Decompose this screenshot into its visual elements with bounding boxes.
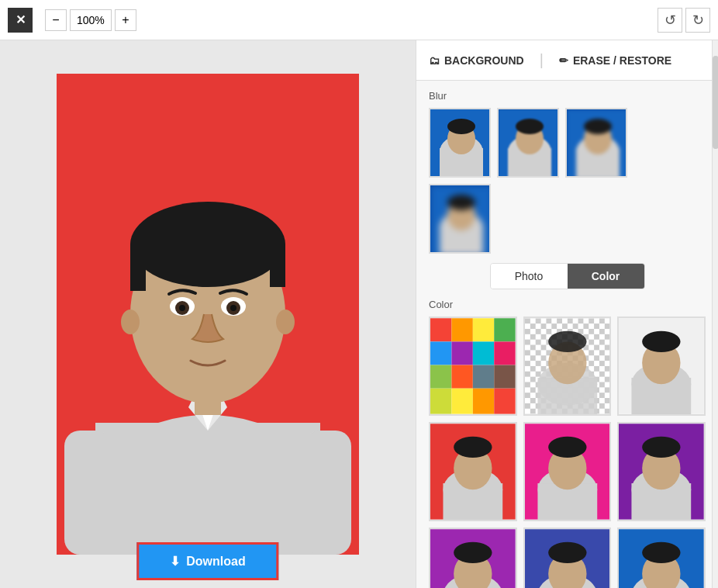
zoom-out-button[interactable]: − (45, 9, 67, 31)
svg-rect-53 (430, 389, 451, 414)
svg-rect-51 (473, 365, 494, 389)
right-panel: 🗂 BACKGROUND | ✏ ERASE / RESTORE Blur (416, 40, 718, 588)
svg-rect-8 (130, 244, 146, 291)
svg-rect-41 (430, 318, 451, 341)
svg-point-69 (642, 331, 680, 352)
svg-rect-43 (473, 318, 494, 341)
right-tabs: 🗂 BACKGROUND | ✏ ERASE / RESTORE (416, 40, 718, 81)
svg-point-89 (454, 541, 492, 562)
undo-button[interactable]: ↺ (658, 8, 682, 33)
tab-background-label: BACKGROUND (444, 54, 524, 67)
photo-color-toggle: Photo Color (490, 263, 645, 289)
blur-thumb-3[interactable] (429, 184, 491, 254)
blur-thumbnails-row-2 (429, 184, 706, 254)
svg-point-34 (584, 119, 612, 134)
color-thumb-dark-purple[interactable] (617, 422, 706, 521)
color-thumb-white[interactable] (617, 316, 706, 416)
zoom-in-button[interactable]: + (115, 9, 136, 31)
color-thumb-pink[interactable] (523, 422, 612, 521)
svg-rect-2 (95, 423, 320, 555)
svg-rect-46 (451, 341, 472, 365)
canvas-panel: ⬇ Download (0, 40, 416, 588)
main-content: ⬇ Download 🗂 BACKGROUND | ✏ ERASE / REST… (0, 40, 718, 588)
close-button[interactable]: ✕ (8, 8, 33, 33)
layers-icon: 🗂 (429, 54, 440, 67)
color-thumb-transparent[interactable] (523, 316, 612, 416)
svg-point-74 (454, 437, 492, 458)
svg-point-17 (230, 305, 236, 311)
svg-rect-19 (305, 431, 351, 555)
photo-canvas (57, 74, 359, 555)
color-thumb-blue[interactable] (617, 527, 706, 588)
svg-rect-44 (494, 318, 515, 341)
svg-rect-18 (64, 431, 111, 555)
svg-point-16 (179, 305, 185, 311)
scrollbar-track[interactable] (712, 40, 718, 588)
person-image (57, 74, 359, 555)
svg-point-84 (642, 437, 680, 458)
photo-container (57, 74, 359, 555)
svg-rect-52 (494, 365, 515, 389)
toggle-color-button[interactable]: Color (568, 264, 644, 289)
toggle-photo-button[interactable]: Photo (491, 264, 568, 289)
svg-point-24 (447, 119, 475, 134)
svg-rect-54 (451, 389, 472, 414)
color-thumb-palette[interactable] (429, 316, 517, 416)
redo-button[interactable]: ↻ (685, 8, 710, 33)
svg-rect-49 (430, 365, 451, 389)
svg-point-99 (642, 541, 680, 562)
scrollbar-thumb[interactable] (713, 56, 718, 149)
blur-thumb-1[interactable] (497, 108, 559, 178)
color-thumb-red[interactable] (429, 422, 517, 521)
tab-erase-label: ERASE / RESTORE (573, 54, 671, 67)
blur-section-label: Blur (429, 90, 706, 102)
svg-point-29 (516, 119, 544, 134)
svg-point-94 (548, 541, 586, 562)
svg-point-64 (548, 331, 586, 352)
svg-point-79 (548, 437, 586, 458)
svg-rect-45 (430, 341, 451, 365)
download-area: ⬇ Download (136, 542, 278, 580)
eraser-icon: ✏ (559, 54, 568, 67)
toolbar: ✕ − 100% + ↺ ↻ (0, 0, 718, 40)
svg-rect-48 (494, 341, 515, 365)
svg-rect-9 (270, 244, 285, 287)
blur-thumb-0[interactable] (429, 108, 491, 178)
svg-rect-50 (451, 365, 472, 389)
svg-rect-55 (473, 389, 494, 414)
blur-thumbnails-row (429, 108, 706, 178)
svg-rect-56 (494, 389, 515, 414)
svg-point-39 (447, 195, 475, 210)
tab-separator: | (540, 51, 544, 69)
color-section-label: Color (429, 299, 706, 310)
color-thumb-purple[interactable] (429, 527, 517, 588)
color-thumb-indigo[interactable] (523, 527, 612, 588)
download-icon: ⬇ (170, 554, 180, 569)
svg-point-11 (276, 310, 295, 334)
zoom-value-display: 100% (70, 9, 112, 31)
svg-point-10 (121, 310, 140, 334)
svg-point-7 (130, 202, 285, 287)
blur-thumb-2[interactable] (565, 108, 627, 178)
download-label: Download (186, 555, 245, 569)
right-content: Blur (416, 81, 718, 588)
tab-background[interactable]: 🗂 BACKGROUND (429, 51, 524, 70)
tab-erase[interactable]: ✏ ERASE / RESTORE (559, 51, 671, 70)
history-controls: ↺ ↻ (658, 8, 710, 33)
color-thumbs-grid (429, 316, 706, 588)
svg-rect-42 (451, 318, 472, 341)
zoom-controls: − 100% + (45, 9, 136, 31)
download-button[interactable]: ⬇ Download (136, 542, 278, 580)
svg-rect-47 (473, 341, 494, 365)
